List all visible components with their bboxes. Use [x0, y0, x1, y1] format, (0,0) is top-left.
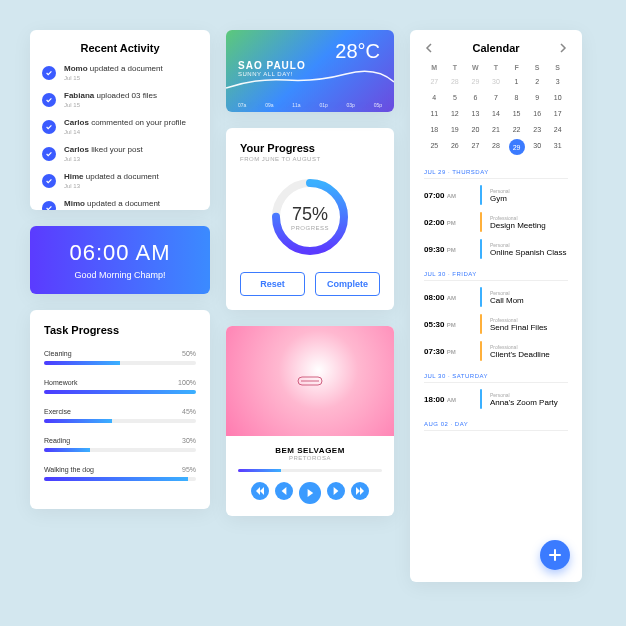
activity-item[interactable]: Carlos commented on your profile Jul 14 — [42, 118, 198, 135]
event-item[interactable]: 05:30 PM Professional Send Final Files — [424, 314, 568, 334]
calendar-day[interactable]: 29 — [509, 139, 525, 155]
chevron-right-icon[interactable] — [558, 43, 568, 53]
progress-title: Your Progress — [240, 142, 380, 154]
weather-temp: 28°C — [335, 40, 380, 63]
calendar-day[interactable]: 23 — [527, 123, 548, 136]
event-title: Anna's Zoom Party — [490, 398, 568, 407]
event-category-bar — [480, 287, 482, 307]
event-day-group: JUL 30 · Friday 08:00 AM Personal Call M… — [424, 271, 568, 361]
calendar-day[interactable]: 27 — [465, 139, 486, 155]
activity-text: Momo updated a document — [64, 64, 163, 73]
progress-subtitle: FROM JUNE TO AUGUST — [240, 156, 380, 162]
check-icon — [42, 93, 56, 107]
task-progress-card: Task Progress Cleaning50% Homework100% E… — [30, 310, 210, 509]
weather-tick: 11a — [292, 102, 300, 108]
task-item: Cleaning50% — [44, 350, 196, 365]
calendar-day[interactable]: 28 — [486, 139, 507, 155]
calendar-title: Calendar — [472, 42, 519, 54]
event-time: 02:00 PM — [424, 218, 472, 227]
progress-percent: 75% — [292, 204, 328, 225]
calendar-day[interactable]: 31 — [547, 139, 568, 155]
event-title: Gym — [490, 194, 568, 203]
activity-item[interactable]: Fabiana uploaded 03 files Jul 15 — [42, 91, 198, 108]
calendar-day[interactable]: 2 — [527, 75, 548, 88]
calendar-day[interactable]: 30 — [486, 75, 507, 88]
music-progress-bar[interactable] — [238, 469, 382, 472]
activity-item[interactable]: Momo updated a document Jul 15 — [42, 64, 198, 81]
skip-forward-button[interactable] — [351, 482, 369, 500]
activity-text: Carlos liked your post — [64, 145, 143, 154]
forward-button[interactable] — [327, 482, 345, 500]
weather-tick: 09a — [265, 102, 273, 108]
activity-item[interactable]: Hime updated a document Jul 13 — [42, 172, 198, 189]
calendar-day[interactable]: 14 — [486, 107, 507, 120]
calendar-day[interactable]: 5 — [445, 91, 466, 104]
calendar-day[interactable]: 10 — [547, 91, 568, 104]
task-percent: 50% — [182, 350, 196, 357]
event-item[interactable]: 07:00 AM Personal Gym — [424, 185, 568, 205]
task-bar — [44, 477, 196, 481]
event-item[interactable]: 09:30 PM Personal Online Spanish Class — [424, 239, 568, 259]
weather-tick: 07a — [238, 102, 246, 108]
calendar-day[interactable]: 7 — [486, 91, 507, 104]
calendar-day[interactable]: 3 — [547, 75, 568, 88]
greeting-time: 06:00 AM — [44, 240, 196, 266]
weather-tick: 03p — [347, 102, 355, 108]
event-day-header: JUL 29 · Thursday — [424, 169, 568, 179]
activity-date: Jul 13 — [64, 156, 143, 162]
skip-back-button[interactable] — [251, 482, 269, 500]
calendar-day[interactable]: 4 — [424, 91, 445, 104]
calendar-day[interactable]: 9 — [527, 91, 548, 104]
rewind-button[interactable] — [275, 482, 293, 500]
event-title: Call Mom — [490, 296, 568, 305]
calendar-weekdays: MTWTFSS — [424, 64, 568, 71]
play-button[interactable] — [299, 482, 321, 504]
chevron-left-icon[interactable] — [424, 43, 434, 53]
activity-item[interactable]: Mimo updated a document Jul 12 — [42, 199, 198, 210]
event-time: 09:30 PM — [424, 245, 472, 254]
calendar-day[interactable]: 8 — [506, 91, 527, 104]
event-title: Online Spanish Class — [490, 248, 568, 257]
activity-date: Jul 13 — [64, 183, 159, 189]
check-icon — [42, 174, 56, 188]
activity-text: Carlos commented on your profile — [64, 118, 186, 127]
event-day-group: AUG 02 · Day — [424, 421, 568, 431]
event-item[interactable]: 07:30 PM Professional Client's Deadline — [424, 341, 568, 361]
reset-button[interactable]: Reset — [240, 272, 305, 296]
activity-item[interactable]: Carlos liked your post Jul 13 — [42, 145, 198, 162]
recent-activity-title: Recent Activity — [42, 42, 198, 54]
calendar-day[interactable]: 25 — [424, 139, 445, 155]
calendar-day[interactable]: 26 — [445, 139, 466, 155]
calendar-day[interactable]: 30 — [527, 139, 548, 155]
event-day-group: JUL 29 · Thursday 07:00 AM Personal Gym … — [424, 169, 568, 259]
activity-text: Fabiana uploaded 03 files — [64, 91, 157, 100]
calendar-day[interactable]: 17 — [547, 107, 568, 120]
complete-button[interactable]: Complete — [315, 272, 380, 296]
calendar-day[interactable]: 13 — [465, 107, 486, 120]
calendar-day[interactable]: 22 — [506, 123, 527, 136]
calendar-day[interactable]: 24 — [547, 123, 568, 136]
calendar-day[interactable]: 15 — [506, 107, 527, 120]
calendar-day[interactable]: 6 — [465, 91, 486, 104]
calendar-day[interactable]: 1 — [506, 75, 527, 88]
event-item[interactable]: 02:00 PM Professional Design Meeting — [424, 212, 568, 232]
calendar-day[interactable]: 29 — [465, 75, 486, 88]
event-title: Design Meeting — [490, 221, 568, 230]
calendar-day[interactable]: 16 — [527, 107, 548, 120]
calendar-day[interactable]: 11 — [424, 107, 445, 120]
calendar-day[interactable]: 28 — [445, 75, 466, 88]
calendar-day[interactable]: 21 — [486, 123, 507, 136]
event-item[interactable]: 08:00 AM Personal Call Mom — [424, 287, 568, 307]
event-title: Send Final Files — [490, 323, 568, 332]
event-category-bar — [480, 239, 482, 259]
event-time: 07:00 AM — [424, 191, 472, 200]
calendar-day[interactable]: 27 — [424, 75, 445, 88]
album-art — [226, 326, 394, 436]
calendar-day[interactable]: 20 — [465, 123, 486, 136]
event-item[interactable]: 18:00 AM Personal Anna's Zoom Party — [424, 389, 568, 409]
calendar-day[interactable]: 18 — [424, 123, 445, 136]
weather-tick: 05p — [374, 102, 382, 108]
add-event-button[interactable] — [540, 540, 570, 570]
calendar-day[interactable]: 19 — [445, 123, 466, 136]
calendar-day[interactable]: 12 — [445, 107, 466, 120]
